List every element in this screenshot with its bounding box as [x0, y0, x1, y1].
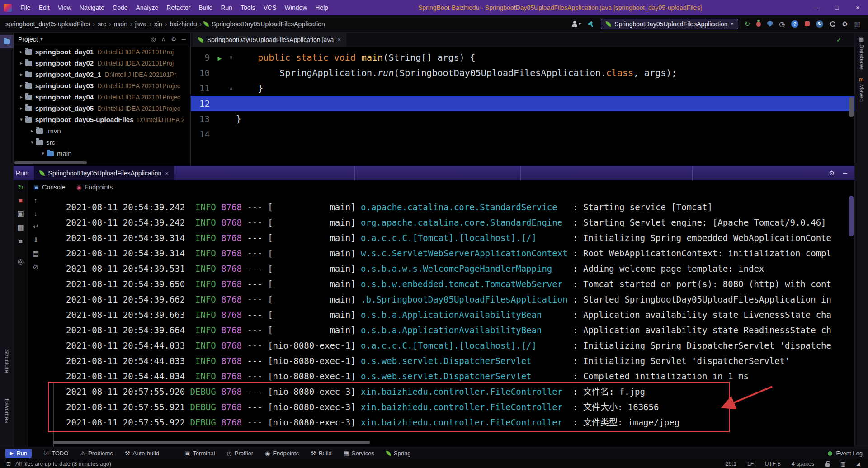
dump-threads-icon[interactable]: ▣ [17, 209, 24, 217]
chevron-down-icon[interactable]: ▾ [41, 37, 43, 42]
tool-button-run[interactable]: ▶ Run [5, 449, 32, 458]
tool-button-favorites[interactable]: Favorites [4, 399, 10, 423]
hide-panel-icon[interactable]: ─ [843, 170, 847, 177]
caret-position-widget[interactable]: 29:1 [726, 461, 736, 467]
hide-panel-icon[interactable]: ─ [182, 36, 186, 43]
menu-code[interactable]: Code [108, 0, 132, 15]
run-configuration-tab[interactable]: SpringbootDay05UploadFilesApplication × [34, 166, 174, 180]
editor-vertical-scrollbar[interactable] [849, 97, 854, 117]
stop-icon[interactable]: ■ [19, 197, 23, 203]
build-hammer-icon[interactable] [587, 21, 594, 27]
chevron-right-icon[interactable]: ▸ [17, 94, 25, 100]
breadcrumb-item[interactable]: src [97, 20, 107, 28]
minimize-button[interactable]: ─ [806, 0, 826, 15]
tree-item-project[interactable]: ▸ springboot_day01 D:\IntelliJ IDEA 2021… [14, 46, 190, 57]
help-icon[interactable]: ? [791, 20, 798, 28]
chevron-right-icon[interactable]: ▸ [17, 83, 25, 89]
stop-icon[interactable] [805, 21, 810, 26]
run-gutter-icon[interactable]: ▶ [217, 54, 222, 62]
console-horizontal-scrollbar[interactable] [53, 441, 370, 444]
chevron-right-icon[interactable]: ▸ [17, 60, 25, 66]
collapse-all-icon[interactable]: ∧ [161, 36, 166, 43]
project-tool-button[interactable] [0, 35, 14, 48]
soft-wrap-icon[interactable]: ↵ [33, 222, 39, 231]
menu-tools[interactable]: Tools [236, 0, 259, 15]
menu-run[interactable]: Run [217, 0, 236, 15]
rerun-icon[interactable]: ↻ [745, 20, 750, 27]
menu-window[interactable]: Window [281, 0, 311, 15]
locate-file-icon[interactable]: ◎ [151, 36, 156, 43]
menu-help[interactable]: Help [311, 0, 332, 15]
tab-endpoints[interactable]: ◉ Endpoints [76, 184, 113, 191]
tree-item-folder[interactable]: ▸ .mvn [14, 125, 190, 137]
inspection-ok-icon[interactable]: ✓ [836, 36, 842, 44]
chevron-right-icon[interactable]: ▸ [17, 105, 25, 111]
encoding-widget[interactable]: UTF-8 [765, 461, 781, 467]
tool-button-maven[interactable]: Maven [859, 84, 865, 102]
event-log-button[interactable]: Event Log [828, 450, 863, 457]
tree-item-project[interactable]: ▸ springboot_day05 D:\IntelliJ IDEA 2021… [14, 103, 190, 114]
menu-vcs[interactable]: VCS [259, 0, 281, 15]
menu-analyze[interactable]: Analyze [132, 0, 163, 15]
chevron-right-icon[interactable]: ▸ [17, 71, 25, 77]
tree-item-folder[interactable]: ▾ src [14, 137, 190, 148]
console-vertical-scrollbar[interactable] [849, 196, 854, 236]
layout-icon[interactable]: ▥ [854, 20, 861, 27]
tool-button-profiler[interactable]: ◷ Profiler [227, 450, 254, 457]
settings-gear-icon[interactable]: ⚙ [171, 36, 176, 43]
menu-build[interactable]: Build [194, 0, 217, 15]
menu-refactor[interactable]: Refactor [162, 0, 194, 15]
settings-gear-icon[interactable]: ⚙ [829, 170, 835, 177]
fold-open-icon[interactable]: ∨ [226, 50, 236, 65]
settings-gear-icon[interactable]: ⚙ [842, 20, 848, 27]
status-widget-icon[interactable]: ⊞ [6, 461, 11, 467]
close-icon[interactable]: × [165, 170, 169, 177]
tool-button-services[interactable]: ▦ Services [344, 450, 374, 457]
tool-button-endpoints[interactable]: ◉ Endpoints [265, 450, 299, 457]
maximize-button[interactable]: □ [826, 0, 847, 15]
reader-mode-icon[interactable]: ▥ [840, 461, 845, 467]
profiler-icon[interactable]: ◷ [779, 20, 785, 27]
tool-button-autobuild[interactable]: ⚒ Auto-build [125, 450, 159, 457]
tool-button-build[interactable]: ⚒ Build [311, 450, 332, 457]
tab-console[interactable]: ▣ Console [33, 184, 66, 191]
pin-icon[interactable]: ◎ [18, 257, 24, 265]
chevron-down-icon[interactable]: ▾ [39, 151, 47, 156]
breadcrumb-item[interactable]: springboot_day05-uploadFiles [5, 20, 91, 28]
editor-tab[interactable]: SpringbootDay05UploadFilesApplication.ja… [193, 33, 347, 47]
tree-item-folder[interactable]: ▾ main [14, 148, 190, 159]
chevron-down-icon[interactable]: ▾ [17, 117, 25, 123]
breadcrumb-item[interactable]: main [113, 20, 128, 28]
chevron-right-icon[interactable]: ▸ [28, 128, 36, 134]
tool-button-spring[interactable]: Spring [386, 450, 411, 457]
scroll-to-end-icon[interactable]: ⇓ [33, 236, 39, 244]
tool-button-todo[interactable]: ☑ TODO [43, 450, 68, 457]
restore-layout-icon[interactable]: ▦ [17, 223, 24, 232]
tool-button-terminal[interactable]: ▣ Terminal [184, 450, 215, 457]
project-horizontal-scrollbar[interactable] [14, 161, 87, 164]
coverage-icon[interactable] [767, 21, 773, 27]
menu-view[interactable]: View [54, 0, 75, 15]
tree-item-project[interactable]: ▸ springboot_day02_1 D:\IntelliJ IDEA 20… [14, 69, 190, 80]
clear-all-icon[interactable]: ⊘ [33, 263, 39, 271]
breadcrumb-item[interactable]: xin [153, 20, 163, 28]
up-stack-trace-icon[interactable]: ↑ [34, 196, 38, 204]
down-stack-trace-icon[interactable]: ↓ [34, 209, 38, 217]
tree-item-project[interactable]: ▸ springboot_day02 D:\IntelliJ IDEA 2021… [14, 57, 190, 69]
run-configuration-combo[interactable]: SpringbootDay05UploadFilesApplication ▾ [601, 19, 738, 29]
menu-file[interactable]: File [16, 0, 35, 15]
chevron-right-icon[interactable]: ▸ [17, 49, 25, 55]
close-button[interactable]: × [847, 0, 868, 15]
breadcrumb-item[interactable]: baizhiedu [169, 20, 198, 28]
search-everywhere-icon[interactable] [830, 21, 835, 27]
rerun-icon[interactable]: ↻ [18, 184, 24, 191]
breadcrumb-item-current[interactable]: SpringbootDay05UploadFilesApplication [203, 20, 325, 28]
lock-icon[interactable] [825, 461, 830, 467]
tool-button-structure[interactable]: Structure [4, 349, 10, 373]
code-editor[interactable]: 9 ▶ ∨ public static void main(String[] a… [191, 47, 854, 165]
project-panel-title[interactable]: Project [18, 36, 38, 43]
update-icon[interactable]: ↻ [816, 20, 823, 28]
tree-item-project-expanded[interactable]: ▾ springboot_day05-uploadFiles D:\Intell… [14, 114, 190, 125]
menu-edit[interactable]: Edit [35, 0, 54, 15]
fold-close-icon[interactable]: ∧ [226, 80, 236, 96]
